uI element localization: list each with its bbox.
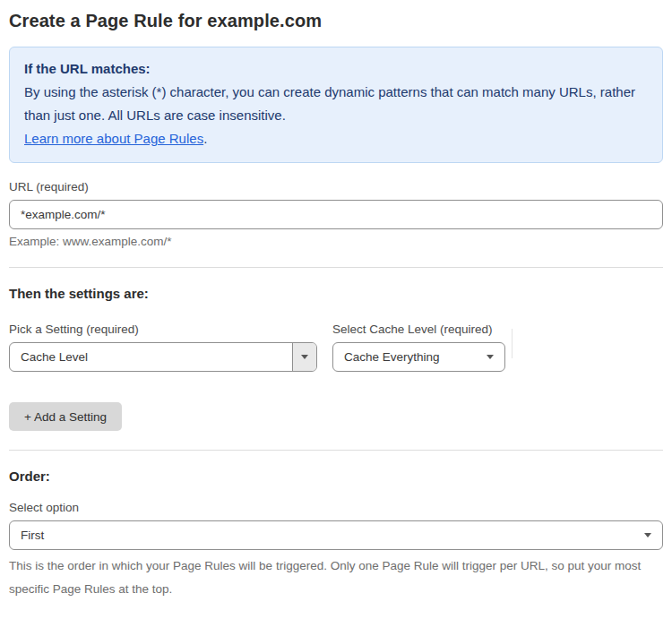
cache-level-label: Select Cache Level (required) (332, 322, 505, 336)
url-example-hint: Example: www.example.com/* (9, 235, 663, 248)
order-heading: Order: (9, 469, 663, 484)
pick-setting-column: Pick a Setting (required) Cache Level (9, 322, 317, 372)
order-hint-text: This is the order in which your Page Rul… (9, 555, 647, 601)
chevron-down-icon (487, 355, 504, 359)
order-select[interactable]: First (9, 520, 663, 550)
triangle-glyph (487, 355, 494, 359)
order-select-value: First (10, 529, 644, 542)
cache-level-value: Cache Everything (333, 350, 487, 364)
link-suffix: . (203, 131, 207, 146)
order-select-label: Select option (9, 501, 663, 514)
divider (9, 267, 663, 268)
page-rule-form: Create a Page Rule for example.com If th… (0, 11, 672, 619)
pick-setting-dropdown[interactable]: Cache Level (9, 342, 317, 372)
cache-level-column: Select Cache Level (required) Cache Ever… (332, 322, 505, 372)
cache-level-dropdown[interactable]: Cache Everything (332, 342, 505, 372)
triangle-glyph (644, 533, 651, 537)
url-field-label: URL (required) (9, 180, 663, 193)
page-title: Create a Page Rule for example.com (9, 11, 663, 31)
setting-column-separator (512, 329, 513, 358)
chevron-down-icon (644, 533, 662, 537)
url-input[interactable] (9, 200, 663, 229)
info-box-heading: If the URL matches: (24, 57, 648, 81)
pick-setting-label: Pick a Setting (required) (9, 322, 317, 336)
chevron-down-icon[interactable] (292, 343, 316, 371)
learn-more-link[interactable]: Learn more about Page Rules (24, 131, 203, 146)
pick-setting-value: Cache Level (10, 350, 292, 364)
url-match-info-box: If the URL matches: By using the asteris… (9, 47, 663, 163)
triangle-glyph (301, 355, 308, 359)
info-box-link-line: Learn more about Page Rules. (24, 127, 648, 150)
settings-heading: Then the settings are: (9, 286, 663, 301)
add-setting-button[interactable]: + Add a Setting (9, 402, 122, 431)
settings-row: Pick a Setting (required) Cache Level Se… (9, 322, 663, 372)
info-box-body: By using the asterisk (*) character, you… (24, 81, 648, 127)
divider (9, 450, 663, 451)
